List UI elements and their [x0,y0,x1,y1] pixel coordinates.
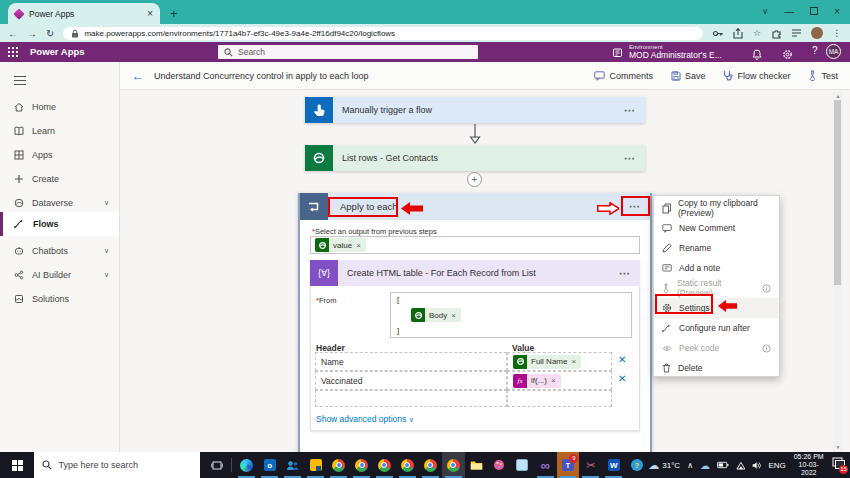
menu-item-rename[interactable]: Rename [654,238,779,258]
test-button[interactable]: Test [808,70,838,81]
teams-icon[interactable]: T 9 [557,452,580,478]
sidebar-item-learn[interactable]: Learn [0,120,119,142]
sidebar-item-dataverse[interactable]: Dataverse ∨ [0,192,119,214]
onedrive-cloud-icon[interactable]: ☁ [700,460,710,471]
get-help-icon[interactable]: ? [625,452,648,478]
sidebar-item-apps[interactable]: Apps [0,144,119,166]
outlook-icon[interactable]: o [258,452,281,478]
tab-close-icon[interactable]: × [147,8,153,19]
comments-button[interactable]: Comments [594,71,653,81]
new-tab-button[interactable]: + [170,6,178,21]
header-cell[interactable]: Name [315,352,507,371]
taskbar-clock[interactable]: 05:26 PM 10-03-2022 [793,453,825,477]
reading-list-icon[interactable] [791,28,802,39]
body-token[interactable]: Body × [411,308,461,322]
start-button[interactable] [0,452,34,478]
sidebar-hamburger-icon[interactable] [14,76,26,85]
create-html-table-menu-icon[interactable]: ⋯ [619,267,640,280]
delete-row-icon[interactable]: ✕ [618,373,626,384]
window-minimize-button[interactable]: — [784,6,794,17]
chrome-icon[interactable] [419,452,442,478]
delete-row-icon[interactable]: ✕ [618,354,626,365]
browser-menu-dots-icon[interactable]: ⋮ [832,28,842,39]
notepad-icon[interactable] [511,452,534,478]
hidden-icons-chevron[interactable]: ∧ [687,461,693,470]
share-icon[interactable] [732,28,742,39]
chrome-icon[interactable] [396,452,419,478]
list-rows-card[interactable]: List rows - Get Contacts ⋯ [305,145,645,171]
value-cell-empty[interactable] [507,390,612,407]
token-remove-icon[interactable]: × [356,241,361,250]
browser-back-icon[interactable]: ← [8,28,18,39]
waffle-menu-icon[interactable] [8,47,19,58]
scroll-down-arrow[interactable]: ▼ [834,444,842,450]
battery-icon[interactable] [717,461,729,469]
value-cell[interactable]: Full Name × [507,352,612,371]
account-avatar[interactable]: MA [826,44,841,59]
browser-forward-icon[interactable]: → [27,28,37,39]
menu-item-configure-run-after[interactable]: Configure run after [654,318,779,338]
menu-item-add-note[interactable]: Add a note [654,258,779,278]
chrome-icon[interactable] [350,452,373,478]
action-center-icon[interactable]: 15 [832,457,846,473]
flow-checker-button[interactable]: Flow checker [723,70,790,81]
sidebar-item-solutions[interactable]: Solutions [0,288,119,310]
chrome-icon[interactable] [373,452,396,478]
chrome-icon-active[interactable] [442,452,465,478]
token-remove-icon[interactable]: × [451,311,456,320]
sidebar-item-chatbots[interactable]: Chatbots ∨ [0,240,119,262]
create-html-table-header[interactable]: {∀} Create HTML table - For Each Record … [310,260,640,286]
snipping-tool-icon[interactable]: ✂ [579,452,602,478]
menu-item-delete[interactable]: Delete [654,358,779,378]
browser-tab[interactable]: Power Apps × [8,3,160,24]
value-cell[interactable]: fx if(...) × [507,371,612,390]
header-cell-empty[interactable] [315,390,507,407]
output-field[interactable]: value × [310,236,640,254]
expression-token[interactable]: fx if(...) × [513,374,561,388]
global-search-input[interactable]: Search [218,45,478,59]
visual-studio-icon[interactable]: ∞ [534,452,557,478]
file-explorer-icon[interactable] [465,452,488,478]
trigger-card[interactable]: Manually trigger a flow ⋯ [305,97,645,123]
sidebar-item-ai-builder[interactable]: AI Builder ∨ [0,264,119,286]
taskbar-search-input[interactable]: Type here to search [34,452,199,478]
scroll-up-arrow[interactable]: ▲ [834,93,842,99]
value-token[interactable]: value × [315,238,366,252]
window-close-button[interactable]: × [834,6,840,17]
menu-item-new-comment[interactable]: New Comment [654,218,779,238]
language-indicator[interactable]: ENG [768,461,785,470]
edge-icon[interactable] [235,452,258,478]
token-remove-icon[interactable]: × [551,376,556,385]
password-key-icon[interactable] [712,28,723,39]
sidebar-item-flows[interactable]: Flows [0,212,119,236]
menu-item-copy-clipboard[interactable]: Copy to my clipboard (Preview) [654,198,779,218]
list-rows-card-menu-icon[interactable]: ⋯ [624,152,645,165]
bookmark-star-icon[interactable]: ☆ [752,28,762,39]
full-name-token[interactable]: Full Name × [513,355,581,369]
word-icon[interactable]: W [602,452,625,478]
network-icon[interactable] [736,461,746,470]
url-field[interactable]: make.powerapps.com/environments/1771a4b7… [63,27,703,40]
speaker-icon[interactable] [752,461,761,470]
help-icon[interactable]: ? [812,45,818,56]
scrollbar-thumb[interactable] [834,100,841,285]
show-advanced-options-link[interactable]: Show advanced options ∨ [316,414,414,424]
back-arrow-icon[interactable]: ← [132,69,144,83]
task-view-icon[interactable] [206,452,229,478]
chrome-icon[interactable] [327,452,350,478]
sidebar-item-create[interactable]: Create [0,168,119,190]
header-cell[interactable]: Vaccinated [315,371,507,390]
people-icon[interactable] [281,452,304,478]
from-field[interactable]: [ Body × ] [390,292,632,338]
trigger-card-menu-icon[interactable]: ⋯ [624,104,645,117]
save-button[interactable]: Save [671,71,706,81]
browser-reload-icon[interactable]: ↻ [46,28,54,39]
window-maximize-button[interactable] [810,7,818,15]
token-remove-icon[interactable]: × [571,357,576,366]
browser-profile-avatar[interactable] [811,27,822,39]
insert-step-button[interactable]: + [467,172,482,187]
weather-widget[interactable]: ☁ 31°C [648,459,680,472]
sticky-notes-icon[interactable] [304,452,327,478]
sidebar-item-home[interactable]: Home [0,96,119,118]
extensions-puzzle-icon[interactable] [771,28,782,39]
